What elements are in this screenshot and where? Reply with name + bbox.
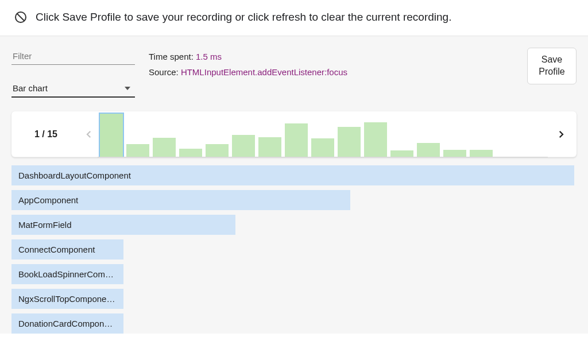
banner-message: Click Save Profile to save your recordin… (36, 11, 451, 24)
component-bar[interactable]: DashboardLayoutComponent (11, 165, 574, 185)
frame-counter: 1 / 15 (11, 129, 80, 140)
controls-row: Bar chart Time spent: 1.5 ms Source: HTM… (11, 48, 577, 98)
next-frame-button[interactable] (552, 126, 570, 143)
source-value: HTMLInputElement.addEventListener:focus (181, 67, 347, 77)
component-bar[interactable]: ConnectComponent (11, 239, 123, 260)
chevron-left-icon (84, 129, 94, 140)
no-recording-icon (14, 10, 28, 24)
component-breakdown-list: DashboardLayoutComponentAppComponentMatF… (11, 165, 577, 334)
timeline-bar[interactable] (126, 144, 149, 157)
timeline-bar[interactable] (390, 150, 413, 157)
view-mode-select[interactable]: Bar chart (11, 81, 135, 98)
chevron-right-icon (556, 129, 566, 140)
timeline-bar[interactable] (311, 138, 334, 157)
timeline-bar[interactable] (338, 127, 361, 157)
component-bar[interactable]: BookLoadSpinnerCom… (11, 264, 123, 284)
save-profile-button[interactable]: Save Profile (527, 48, 577, 84)
timeline-bar[interactable] (206, 144, 229, 157)
save-button-line2: Profile (538, 66, 566, 78)
timeline-bars[interactable] (98, 111, 548, 157)
timeline-bar[interactable] (364, 122, 387, 157)
source-label: Source: (149, 67, 181, 77)
timeline-bar[interactable] (285, 123, 308, 157)
timeline-bar[interactable] (417, 143, 440, 157)
svg-line-1 (17, 14, 25, 21)
component-bar[interactable]: MatFormField (11, 215, 235, 235)
profiler-panel: Bar chart Time spent: 1.5 ms Source: HTM… (0, 36, 588, 334)
time-spent-value: 1.5 ms (196, 52, 222, 61)
timeline-bar[interactable] (153, 138, 176, 157)
component-bar[interactable]: AppComponent (11, 190, 350, 210)
component-bar[interactable]: DonationCardCompon… (11, 313, 123, 334)
time-spent-label: Time spent: (149, 52, 196, 61)
timeline-bar[interactable] (100, 114, 123, 157)
frame-timeline: 1 / 15 (11, 111, 577, 157)
filter-input[interactable] (11, 48, 135, 65)
chevron-down-icon (125, 87, 130, 90)
frame-info: Time spent: 1.5 ms Source: HTMLInputElem… (149, 48, 513, 80)
timeline-bar[interactable] (232, 135, 255, 157)
timeline-bar[interactable] (179, 149, 202, 157)
prev-frame-button[interactable] (80, 126, 98, 143)
component-bar[interactable]: NgxScrollTopCompone… (11, 289, 123, 309)
view-mode-value: Bar chart (13, 83, 48, 93)
timeline-bar[interactable] (443, 150, 466, 157)
info-banner: Click Save Profile to save your recordin… (0, 0, 588, 36)
timeline-bar[interactable] (258, 137, 281, 157)
timeline-bar[interactable] (470, 150, 493, 157)
controls-left: Bar chart (11, 48, 135, 98)
save-button-line1: Save (538, 54, 566, 66)
